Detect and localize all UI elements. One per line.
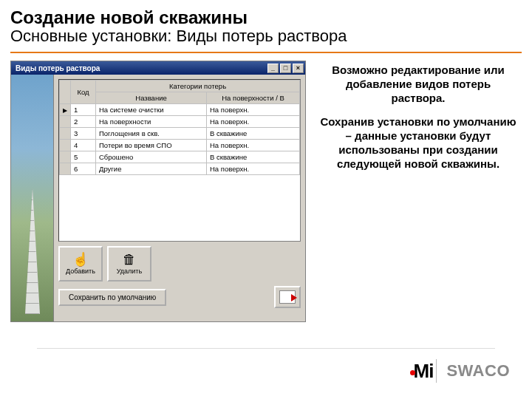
logo-mi-text: Mi — [413, 360, 433, 383]
delete-button[interactable]: 🗑 Удалить — [107, 246, 151, 282]
col-group: Категории потерь — [96, 81, 300, 92]
window-titlebar: Виды потерь раствора _ □ × — [11, 61, 305, 75]
logo-swaco: SWACO — [446, 361, 510, 381]
row-selector[interactable] — [60, 151, 71, 163]
cell-where[interactable]: В скважине — [207, 128, 300, 140]
table-row[interactable]: 2 На поверхности На поверхн. — [60, 116, 300, 128]
cell-where[interactable]: На поверхн. — [207, 116, 300, 128]
slide-title-block: Создание новой скважины Основные установ… — [0, 0, 532, 47]
logo-separator — [436, 359, 437, 383]
row-selector[interactable] — [60, 128, 71, 140]
cell-name[interactable]: Другие — [96, 163, 207, 175]
trash-icon: 🗑 — [123, 253, 136, 266]
footer-divider — [37, 348, 495, 349]
cell-code[interactable]: 3 — [71, 128, 96, 140]
delete-label: Удалить — [117, 267, 142, 275]
cell-name[interactable]: На системе очистки — [96, 104, 207, 116]
explanation-block: Возможно редактирование или добавление в… — [319, 61, 522, 322]
col-name[interactable]: Название — [96, 92, 207, 104]
app-window: Виды потерь раствора _ □ × — [10, 61, 306, 322]
table-row[interactable]: 4 Потери во время СПО На поверхн. — [60, 140, 300, 151]
cell-name[interactable]: Поглощения в скв. — [96, 128, 207, 140]
window-title: Виды потерь раствора — [16, 64, 100, 72]
exit-button[interactable] — [274, 286, 301, 308]
minimize-button[interactable]: _ — [267, 64, 279, 73]
row-selector[interactable] — [60, 116, 71, 128]
row-selector[interactable] — [60, 140, 71, 151]
table-row[interactable]: 3 Поглощения в скв. В скважине — [60, 128, 300, 140]
cell-name[interactable]: Потери во время СПО — [96, 140, 207, 151]
title-line2: Основные установки: Виды потерь раствора — [10, 27, 522, 46]
loss-types-grid[interactable]: Код Категории потерь Название На поверхн… — [58, 79, 301, 242]
row-selector[interactable] — [60, 163, 71, 175]
cell-code[interactable]: 5 — [71, 151, 96, 163]
exit-icon — [279, 290, 296, 304]
table-row[interactable]: 6 Другие На поверхн. — [60, 163, 300, 175]
footer-logo: Mi SWACO — [410, 359, 510, 383]
row-selector[interactable] — [60, 104, 71, 116]
cell-code[interactable]: 2 — [71, 116, 96, 128]
save-default-button[interactable]: Сохранить по умолчанию — [58, 289, 166, 306]
col-where[interactable]: На поверхности / В — [207, 92, 300, 104]
cell-code[interactable]: 1 — [71, 104, 96, 116]
table-row[interactable]: 1 На системе очистки На поверхн. — [60, 104, 300, 116]
explain-p1: Возможно редактирование или добавление в… — [319, 64, 517, 105]
logo-mi: Mi — [410, 360, 433, 383]
add-label: Добавить — [66, 267, 95, 275]
cell-where[interactable]: На поверхн. — [207, 140, 300, 151]
col-code[interactable]: Код — [71, 81, 96, 104]
cell-code[interactable]: 6 — [71, 163, 96, 175]
maximize-button[interactable]: □ — [280, 64, 291, 73]
close-button[interactable]: × — [293, 64, 304, 73]
cell-where[interactable]: В скважине — [207, 151, 300, 163]
explain-p2: Сохранив установки по умолчанию – данные… — [319, 115, 517, 171]
cell-where[interactable]: На поверхн. — [207, 163, 300, 175]
cell-name[interactable]: На поверхности — [96, 116, 207, 128]
add-button[interactable]: ☝ Добавить — [58, 246, 103, 282]
cell-name[interactable]: Сброшено — [96, 151, 207, 163]
sidebar-photo — [11, 75, 54, 321]
grid-corner — [60, 81, 71, 104]
hand-icon: ☝ — [72, 253, 89, 266]
cell-where[interactable]: На поверхн. — [207, 104, 300, 116]
cell-code[interactable]: 4 — [71, 140, 96, 151]
title-line1: Создание новой скважины — [10, 7, 522, 28]
table-row[interactable]: 5 Сброшено В скважине — [60, 151, 300, 163]
